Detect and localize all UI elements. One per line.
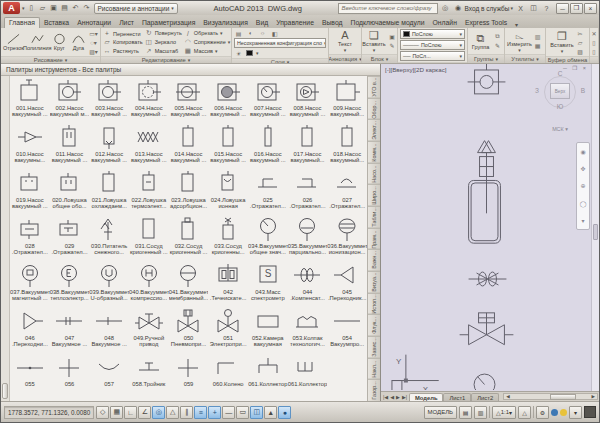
palette-tab[interactable]: Обор... (368, 98, 380, 120)
palette-tab[interactable]: Накл... (368, 358, 380, 380)
palette-item-032[interactable]: 032.Сосудкриогенный ... (169, 216, 209, 262)
palette-item-061[interactable]: 061.Коллектор (248, 354, 288, 400)
full-navigation-wheel-icon[interactable]: ◉ (580, 148, 585, 155)
palette-item-036[interactable]: 036.Вакуумметрионизацион... (327, 216, 367, 262)
toggle-динамический-ввод[interactable]: + (208, 406, 221, 419)
ribbon-tab-подключаемые-модули[interactable]: Подключаемые модули (347, 18, 429, 28)
scroll-right-icon[interactable]: ▶ (590, 394, 597, 399)
palette-item-060[interactable]: 060.Колено (208, 354, 248, 400)
open-file-icon[interactable]: ▱ (38, 3, 48, 14)
palette-item-054[interactable]: 054Вакуумпро... (327, 308, 367, 354)
mirror-button[interactable]: ◫Зеркало (145, 38, 182, 46)
palette-item-019[interactable]: 019.Насосвакуумный ... (10, 170, 50, 216)
trim-button[interactable]: /Обрезать▾ (184, 30, 230, 37)
palette-tab[interactable]: Прам... (368, 228, 380, 250)
arc-button[interactable]: Дуга (70, 33, 87, 51)
palette-tab[interactable]: Завис... (368, 336, 380, 358)
signin-button[interactable]: ◉ Вход в службы ▾ (453, 3, 513, 14)
palette-item-052[interactable]: 052.Камеравакуумная (248, 308, 288, 354)
edit-block-icon[interactable]: ✎ (388, 42, 397, 50)
ribbon-tab-аннотации[interactable]: Аннотации (73, 18, 115, 28)
vertical-scrollbar[interactable] (591, 64, 599, 391)
palette-item-045[interactable]: 045.Переходник... (327, 262, 367, 308)
palette-item-037[interactable]: 037.Вакуумметрмагнитный ... (10, 262, 50, 308)
palette-item-035[interactable]: 035.Вакуумметрпарциально... (288, 216, 328, 262)
ellipse-tool-icon[interactable]: ◌▾ (89, 38, 98, 46)
palette-item-044[interactable]: 044.Компенсат... (288, 262, 328, 308)
palette-title[interactable]: Палитры инструментов - Все палитры (1, 64, 380, 76)
text-button[interactable]: A Текст▾ (334, 29, 357, 53)
panel-label-clipboard[interactable]: Буфер обмена (546, 56, 589, 63)
coordinates-readout[interactable]: 1778.3572, 771.1326, 0.0080 (4, 406, 94, 419)
palette-item-043[interactable]: S043.Массспектрометр (248, 262, 288, 308)
palette-tab[interactable]: Табли... (368, 206, 380, 228)
ribbon-tab-вставка[interactable]: Вставка (40, 18, 73, 28)
quick-view-layouts-icon[interactable]: ▤ (459, 406, 472, 419)
zoom-icon[interactable]: ⊕ (580, 182, 585, 189)
array-button[interactable]: ▦Массив▾ (184, 47, 230, 55)
palette-item-006[interactable]: 006.Насосвакуумный ... (208, 78, 248, 124)
palette-item-018[interactable]: 018.Насосвакуумный... (327, 124, 367, 170)
communication-center-icon[interactable]: ◫ (528, 3, 539, 14)
exchange-apps-icon[interactable]: Х (515, 3, 526, 14)
viewcube-west[interactable]: З (535, 87, 539, 94)
palette-item-039[interactable]: 039.ВакуумметрU-образный... (89, 262, 129, 308)
palette-item-010[interactable]: 010.Насосвакуумны... (10, 124, 50, 170)
palette-item-031[interactable]: 031.Сосудкриогенный ... (129, 216, 169, 262)
palette-tab[interactable]: Истоп... (368, 293, 380, 315)
palette-item-014[interactable]: 014.Насосвакуумный ... (169, 124, 209, 170)
rectangle-tool-icon[interactable]: ▭▾ (89, 29, 98, 37)
app-menu-caret-icon[interactable]: ▾ (22, 5, 25, 11)
panel-label-groups[interactable]: Группы▾ (468, 54, 504, 63)
circle-button[interactable]: Круг (51, 33, 68, 51)
workspace-selector[interactable]: Рисование и аннотации ▾ (94, 3, 178, 14)
palette-item-038[interactable]: 038.Вакуумметртеплоэлектр... (50, 262, 90, 308)
toggle-орто[interactable]: ∟ (124, 406, 137, 419)
model-space[interactable]: Y X [-][Вверху][2D каркас] ─ ❐ × С З В В… (381, 64, 599, 391)
quick-calc-icon[interactable]: ▦ (533, 42, 542, 50)
statusbar-menu-icon[interactable]: ▾ (569, 406, 582, 419)
line-button[interactable]: Отрезок (3, 33, 24, 51)
palette-item-030[interactable]: 030.Питательснежного... (89, 216, 129, 262)
orbit-icon[interactable]: ◯ (580, 200, 587, 207)
palette-tab[interactable]: Насо... (368, 163, 380, 185)
viewcube-wcs-menu[interactable]: МСК ▾ (537, 126, 583, 132)
palette-item-011[interactable]: 011.Насосвакуумный ... (50, 124, 90, 170)
palette-item-016[interactable]: 016.Насосвакуумный ... (248, 124, 288, 170)
panel-label-properties[interactable]: Свойства▾ (398, 62, 467, 63)
minimize-button[interactable]: ─ (556, 3, 569, 14)
toggle-привязка[interactable]: ◇ (96, 406, 109, 419)
create-block-icon[interactable]: ▣ (388, 33, 397, 41)
group-button[interactable]: ⧉ Группа (470, 32, 491, 50)
viewcube-north[interactable]: С (537, 70, 583, 77)
polyline-button[interactable]: Полилиния (26, 33, 49, 51)
panel-label-utilities[interactable]: Утилиты▾ (505, 54, 545, 63)
copy-clip-icon[interactable]: ▱ (576, 38, 585, 46)
palette-item-004[interactable]: 004.Насосвакуумный ... (129, 78, 169, 124)
toggle-вес-линий[interactable]: — (222, 406, 235, 419)
palette-scrollbar-thumb[interactable] (2, 383, 8, 399)
match-properties-icon[interactable]: ▨ (576, 47, 585, 55)
palette-item-057[interactable]: 057 (89, 354, 129, 400)
palette-item-001[interactable]: 001.Насосвакуумный ... (10, 78, 50, 124)
panel-label-block[interactable]: Блок▾ (362, 54, 397, 63)
palette-item-024[interactable]: 024.Ловушкаионная (208, 170, 248, 216)
group-edit-icon[interactable]: ✎ (493, 42, 502, 50)
palette-item-007[interactable]: 007.Насосвакуумный ... (248, 78, 288, 124)
palette-item-012[interactable]: 012.Насосвакуумный ... (89, 124, 129, 170)
help-icon[interactable]: ? (541, 3, 552, 14)
redo-icon[interactable]: ↷ (82, 3, 92, 14)
toggle-динамическая-пск[interactable]: ≡ (194, 406, 207, 419)
clean-screen-button[interactable] (584, 406, 596, 418)
palette-item-020[interactable]: 020.Ловушкаобщее обо... (50, 170, 90, 216)
plot-icon[interactable]: ▤ (60, 3, 70, 14)
scale-button[interactable]: ↗Масштаб (145, 47, 182, 55)
palette-tab[interactable]: Важн... (368, 249, 380, 271)
palette-item-041[interactable]: 041.Вакуумметрмембранный... (169, 262, 209, 308)
quick-view-drawings-icon[interactable]: ▥ (474, 406, 487, 419)
palette-item-005[interactable]: 005.Насосвакуумный ... (169, 78, 209, 124)
insert-block-button[interactable]: ❏ Вставить▾ (363, 29, 386, 53)
palette-item-046[interactable]: 046.Переходни... (10, 308, 50, 354)
new-file-icon[interactable]: ▯ (27, 3, 37, 14)
showmotion-icon[interactable]: ▾ (581, 217, 584, 224)
